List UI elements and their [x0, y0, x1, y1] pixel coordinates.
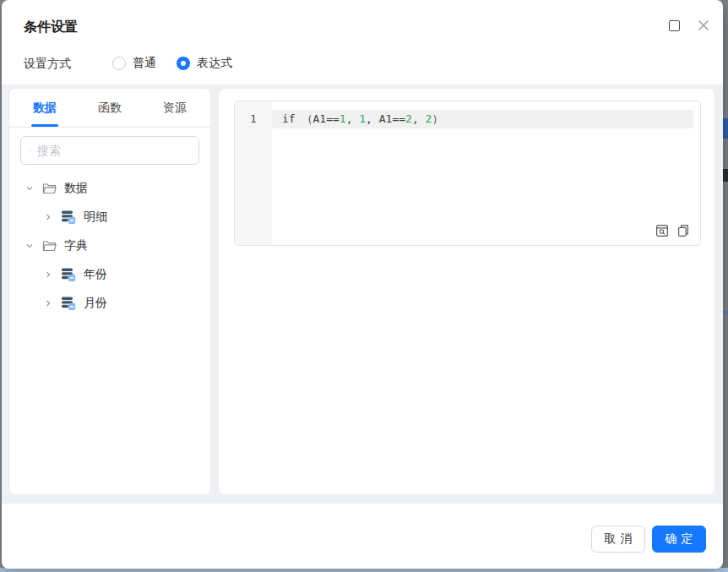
background-artifact [722, 169, 728, 182]
code-line[interactable]: if （A1==1, 1, A1==2, 2） [282, 110, 443, 128]
code-segment: , [412, 112, 426, 125]
preview-button[interactable] [655, 224, 669, 237]
radio-unselected-icon[interactable] [112, 57, 126, 70]
tree-node-data-folder[interactable]: 数据 [9, 174, 210, 203]
code-segment: 1 [359, 112, 366, 125]
active-tab-underline [31, 124, 58, 127]
search-icon [30, 144, 31, 157]
tab-label: 函数 [98, 101, 122, 116]
tab-data[interactable]: 数据 [33, 89, 57, 127]
folder-icon [42, 240, 57, 253]
search-box[interactable] [20, 136, 199, 165]
maximize-button[interactable] [666, 18, 682, 33]
tree-node-detail-table[interactable]: 明细 [9, 203, 210, 232]
code-segment: ） [432, 112, 443, 125]
tree-node-month-table[interactable]: 月份 [9, 289, 210, 318]
copy-button[interactable] [676, 224, 690, 237]
chevron-down-icon[interactable] [24, 184, 35, 193]
tab-label: 资源 [163, 101, 187, 116]
code-segment: , [366, 112, 379, 125]
tree-node-dictionary-folder[interactable]: 字典 [9, 232, 210, 260]
editor-toolbar [655, 224, 690, 237]
chevron-right-icon[interactable] [43, 213, 53, 221]
close-icon [698, 19, 709, 31]
search-input[interactable] [37, 144, 190, 157]
editor-gutter: 1 [235, 101, 272, 245]
table-icon [61, 296, 76, 311]
radio-label: 表达式 [197, 56, 232, 71]
left-panel-tabs: 数据 函数 资源 [9, 89, 210, 128]
tree-node-label: 明细 [84, 210, 107, 225]
tree-node-year-table[interactable]: 年份 [9, 260, 210, 289]
expression-panel: 1 if （A1==1, 1, A1==2, 2） [218, 88, 715, 495]
background-artifact [722, 118, 728, 139]
tree-node-label: 数据 [64, 181, 88, 196]
table-icon [61, 267, 76, 282]
code-segment: , [346, 112, 360, 125]
code-segment: 1 [340, 112, 346, 125]
cancel-button[interactable]: 取消 [591, 526, 645, 553]
copy-icon [676, 224, 690, 237]
line-number: 1 [235, 110, 272, 128]
tree-node-label: 字典 [64, 238, 88, 253]
condition-settings-dialog: 条件设置 设置方式 普通 表达式 数据 [2, 0, 723, 569]
chevron-right-icon[interactable] [43, 299, 53, 308]
radio-selected-icon[interactable] [177, 57, 190, 70]
code-segment: 2 [405, 112, 412, 125]
left-panel: 数据 函数 资源 [8, 88, 211, 495]
tree-node-label: 月份 [84, 296, 107, 311]
chevron-right-icon[interactable] [43, 270, 53, 279]
settings-method-label: 设置方式 [24, 57, 71, 72]
chevron-down-icon[interactable] [24, 242, 35, 250]
settings-method-options: 普通 表达式 [112, 51, 232, 76]
tab-resources[interactable]: 资源 [163, 89, 187, 127]
folder-icon [42, 182, 57, 195]
code-segment: if （A1== [282, 112, 340, 125]
close-button[interactable] [696, 18, 711, 33]
background-edge [722, 0, 728, 568]
radio-option-normal[interactable]: 普通 [112, 56, 156, 71]
radio-label: 普通 [133, 56, 156, 71]
code-segment: A1== [379, 112, 405, 125]
table-icon [61, 210, 76, 225]
background-artifact [722, 311, 728, 313]
confirm-button[interactable]: 确定 [652, 526, 706, 553]
dialog-content-area: 数据 函数 资源 [2, 84, 723, 504]
preview-icon [655, 224, 669, 237]
data-tree: 数据 明细 [9, 174, 210, 318]
settings-method-row: 设置方式 普通 表达式 [2, 51, 723, 76]
tab-functions[interactable]: 函数 [98, 89, 122, 127]
radio-option-expression[interactable]: 表达式 [177, 56, 232, 71]
code-editor[interactable]: 1 if （A1==1, 1, A1==2, 2） [234, 101, 701, 246]
dialog-title: 条件设置 [24, 19, 78, 36]
maximize-icon [669, 20, 680, 31]
tree-node-label: 年份 [84, 267, 107, 282]
tab-label: 数据 [33, 101, 57, 116]
